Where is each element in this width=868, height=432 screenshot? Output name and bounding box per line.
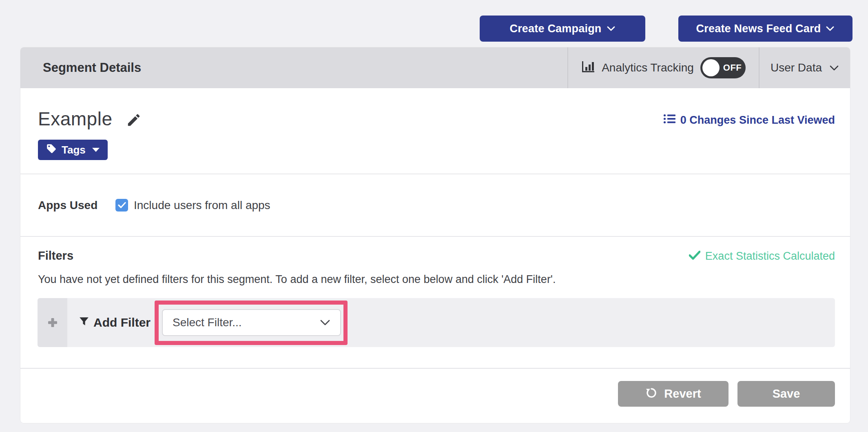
apps-used-label: Apps Used — [38, 199, 115, 212]
segment-details-card: Segment Details Analytics Tracking OFF — [20, 47, 850, 423]
toggle-state-label: OFF — [723, 57, 742, 78]
tag-icon — [46, 143, 57, 157]
chevron-down-icon — [320, 319, 330, 326]
create-news-feed-card-label: Create News Feed Card — [696, 22, 821, 35]
changes-since-last-viewed-link[interactable]: 0 Changes Since Last Viewed — [663, 114, 835, 127]
bar-chart-icon — [581, 60, 595, 75]
user-data-dropdown[interactable]: User Data — [759, 47, 850, 88]
revert-label: Revert — [664, 387, 701, 401]
card-header: Segment Details Analytics Tracking OFF — [20, 47, 850, 88]
segment-name-row: Example — [38, 108, 142, 130]
changes-link-label: 0 Changes Since Last Viewed — [680, 114, 835, 127]
chevron-down-icon — [829, 65, 839, 71]
analytics-tracking-label: Analytics Tracking — [602, 61, 694, 74]
create-campaign-button[interactable]: Create Campaign — [480, 16, 645, 42]
select-filter-value: Select Filter... — [173, 316, 242, 329]
funnel-icon — [79, 316, 89, 330]
tags-button-label: Tags — [62, 144, 86, 156]
caret-down-icon — [92, 148, 100, 152]
chevron-down-icon — [607, 26, 616, 31]
create-news-feed-card-button[interactable]: Create News Feed Card — [678, 16, 852, 42]
user-data-label: User Data — [771, 61, 822, 74]
segment-details-page: Create Campaign Create News Feed Card Se… — [0, 0, 868, 432]
exact-statistics-label: Exact Statistics Calculated — [705, 250, 835, 263]
revert-button[interactable]: Revert — [618, 381, 728, 407]
select-filter-dropdown[interactable]: Select Filter... — [162, 309, 341, 336]
save-button[interactable]: Save — [737, 381, 835, 407]
segment-title-section: Example 0 Changes Since Last Viewed — [20, 88, 850, 174]
exact-statistics-status: Exact Statistics Calculated — [689, 250, 835, 263]
add-filter-row: Add Filter Select Filter... — [38, 298, 835, 347]
edit-pencil-icon[interactable] — [126, 112, 142, 128]
include-all-apps-label: Include users from all apps — [134, 199, 270, 212]
revert-icon — [645, 386, 658, 401]
analytics-tracking-toggle[interactable]: OFF — [700, 57, 746, 78]
create-campaign-label: Create Campaign — [509, 22, 601, 35]
filters-description: You have not yet defined filters for thi… — [38, 273, 835, 286]
chevron-down-icon — [826, 26, 835, 31]
include-all-apps-checkbox[interactable] — [115, 199, 128, 212]
add-filter-button[interactable]: Add Filter — [79, 316, 151, 330]
toggle-knob — [702, 59, 720, 76]
add-filter-plus-button[interactable] — [38, 298, 67, 347]
filters-section: Filters Exact Statistics Calculated You … — [20, 237, 850, 368]
card-title: Segment Details — [20, 47, 567, 88]
plus-icon — [47, 317, 58, 328]
check-icon — [689, 250, 700, 263]
tags-button[interactable]: Tags — [38, 140, 108, 160]
save-label: Save — [773, 387, 800, 401]
apps-used-section: Apps Used Include users from all apps — [20, 174, 850, 236]
add-filter-label: Add Filter — [93, 316, 151, 330]
list-icon — [663, 114, 675, 127]
analytics-tracking-section: Analytics Tracking OFF — [567, 47, 759, 88]
card-footer: Revert Save — [20, 368, 850, 423]
segment-name: Example — [38, 108, 112, 130]
